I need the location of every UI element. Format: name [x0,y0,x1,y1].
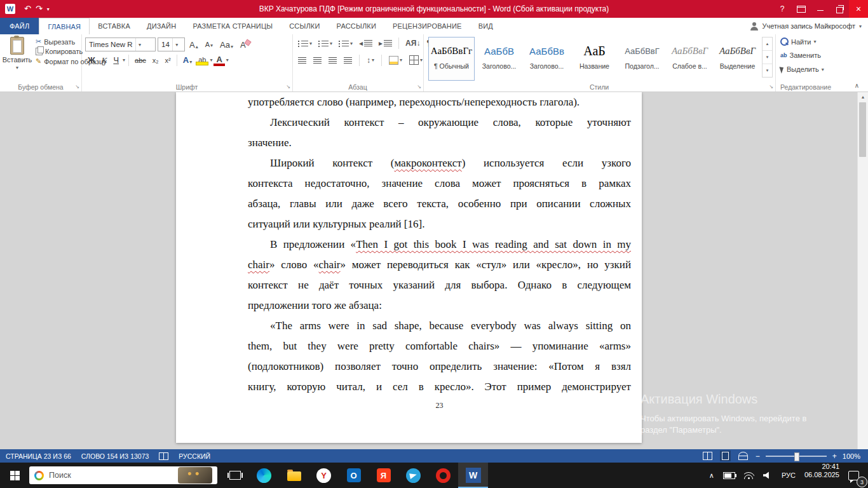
dialog-launcher-styles[interactable]: ↘ [769,84,773,90]
print-layout-button[interactable] [720,451,731,461]
tray-chevron-button[interactable]: ∧ [705,463,719,488]
zoom-in-button[interactable]: + [832,452,837,461]
styles-scroll-up-button[interactable]: ▴ [763,37,772,50]
style-emphasis[interactable]: АаБбВвГВыделение [714,37,761,81]
zoom-slider-thumb[interactable] [794,452,799,461]
close-button[interactable]: × [849,0,868,18]
superscript-button[interactable]: x² [163,56,173,65]
tab-mailings[interactable]: РАССЫЛКИ [329,18,384,34]
qat-customize-button[interactable]: ▾ [47,6,50,12]
shading-button[interactable]: ▾ [387,55,404,66]
tab-insert[interactable]: ВСТАВКА [90,18,139,34]
numbering-button[interactable]: ▾ [316,39,334,48]
scroll-up-button[interactable]: ▴ [858,92,868,102]
taskbar-app-word[interactable]: W [458,463,488,488]
chevron-down-icon[interactable]: ▾ [210,57,212,63]
paste-button[interactable]: Вставить ▾ [3,37,31,85]
dialog-launcher-clipboard[interactable]: ↘ [75,84,79,90]
highlight-button[interactable]: ab [196,55,208,65]
clock[interactable]: 20:41 06.08.2025 [800,463,844,488]
language-indicator[interactable]: РУССКИЙ [179,452,210,460]
tab-design[interactable]: ДИЗАЙН [139,18,184,34]
subscript-button[interactable]: x₂ [150,56,161,65]
web-layout-button[interactable] [736,451,750,461]
action-center-button[interactable]: 3 [844,463,868,488]
sort-button[interactable]: АЯ↓ [403,37,422,49]
chevron-down-icon[interactable]: ▾ [226,57,229,63]
find-button[interactable]: Найти▾ [779,37,817,46]
taskbar-app-explorer[interactable] [279,463,309,488]
taskbar-app-yandex-browser[interactable]: Y [309,463,339,488]
clear-formatting-button[interactable]: А [238,39,248,50]
tab-references[interactable]: ССЫЛКИ [281,18,328,34]
increase-indent-button[interactable]: ▸ [377,37,394,49]
scrollbar-thumb[interactable] [859,102,866,157]
ribbon-display-options-button[interactable] [792,0,811,18]
decrease-indent-button[interactable]: ◂ [357,37,374,49]
account-button[interactable]: Учетная запись Майкрософт ▾ [750,18,868,34]
style-subtitle[interactable]: АаБбВвГПодзагол... [619,37,665,81]
zoom-level[interactable]: 100% [843,452,860,460]
strikethrough-button[interactable]: abc [132,56,149,65]
replace-button[interactable]: abЗаменить [779,51,822,60]
dialog-launcher-font[interactable]: ↘ [286,84,290,90]
multilevel-list-button[interactable]: ▾ [337,39,355,48]
tab-file[interactable]: ФАЙЛ [0,18,39,34]
justify-button[interactable] [342,56,354,65]
help-button[interactable]: ? [773,0,792,18]
align-left-button[interactable] [296,56,308,65]
font-size-combobox[interactable]: 14▾ [158,37,185,51]
bold-button[interactable]: Ж [85,55,98,65]
dialog-launcher-paragraph[interactable]: ↘ [417,84,421,90]
start-button[interactable] [0,463,29,488]
battery-indicator[interactable] [719,463,740,488]
text-effects-button[interactable]: А▾ [180,55,194,65]
styles-more-button[interactable]: ▾ [763,64,772,77]
font-family-combobox[interactable]: Times New R▾ [85,37,156,51]
volume-indicator[interactable] [759,463,777,488]
taskbar-search[interactable]: Поиск [29,466,217,484]
change-case-button[interactable]: Аа▾ [217,39,236,50]
tab-view[interactable]: ВИД [470,18,501,34]
taskbar-app-yandex[interactable]: Я [369,463,398,488]
grow-font-button[interactable]: А▴ [187,39,201,50]
read-mode-button[interactable] [701,451,714,461]
italic-button[interactable]: К [99,55,110,66]
word-count-indicator[interactable]: СЛОВО 154 ИЗ 13073 [81,452,149,460]
line-spacing-button[interactable]: ↕▾ [365,55,376,66]
minimize-button[interactable] [811,0,830,18]
redo-button[interactable]: ↷ [36,0,43,18]
taskbar-app-opera[interactable] [428,463,458,488]
style-heading2[interactable]: АаБбВвЗаголово... [524,37,570,81]
vertical-scrollbar[interactable]: ▴ [857,92,868,449]
font-color-button[interactable]: А [214,54,224,66]
document-page[interactable]: употребляется слово (например, переходно… [176,92,642,443]
align-center-button[interactable] [311,56,323,65]
search-highlight-image[interactable] [178,467,212,484]
borders-button[interactable]: ▾ [407,54,424,66]
tab-page-layout[interactable]: РАЗМЕТКА СТРАНИЦЫ [184,18,281,34]
bullets-button[interactable]: ▾ [296,39,314,48]
style-normal[interactable]: АаБбВвГг¶ Обычный [428,37,475,81]
page-indicator[interactable]: СТРАНИЦА 23 ИЗ 66 [6,452,71,460]
underline-button[interactable]: Ч [111,55,121,65]
style-heading1[interactable]: АаБбВЗаголово... [476,37,522,81]
taskbar-app-telegram[interactable] [398,463,428,488]
proofing-indicator[interactable] [159,452,168,460]
style-title[interactable]: АаБНазвание [571,37,618,81]
restore-button[interactable] [830,0,849,18]
taskbar-app-outlook[interactable]: O [339,463,369,488]
network-indicator[interactable] [740,463,759,488]
collapse-ribbon-button[interactable]: ∧ [855,82,859,89]
zoom-out-button[interactable]: − [756,452,760,461]
taskbar-app-edge[interactable] [249,463,279,488]
language-switcher[interactable]: РУС [777,463,800,488]
style-subtle-emphasis[interactable]: АаБбВвГСлабое в... [667,37,713,81]
align-right-button[interactable] [327,56,339,65]
chevron-down-icon[interactable]: ▾ [123,57,125,63]
tab-home[interactable]: ГЛАВНАЯ [39,18,90,35]
zoom-slider[interactable] [766,456,827,457]
shrink-font-button[interactable]: А▾ [203,40,215,49]
select-button[interactable]: Выделить▾ [779,65,825,74]
styles-scroll-down-button[interactable]: ▾ [763,50,772,64]
